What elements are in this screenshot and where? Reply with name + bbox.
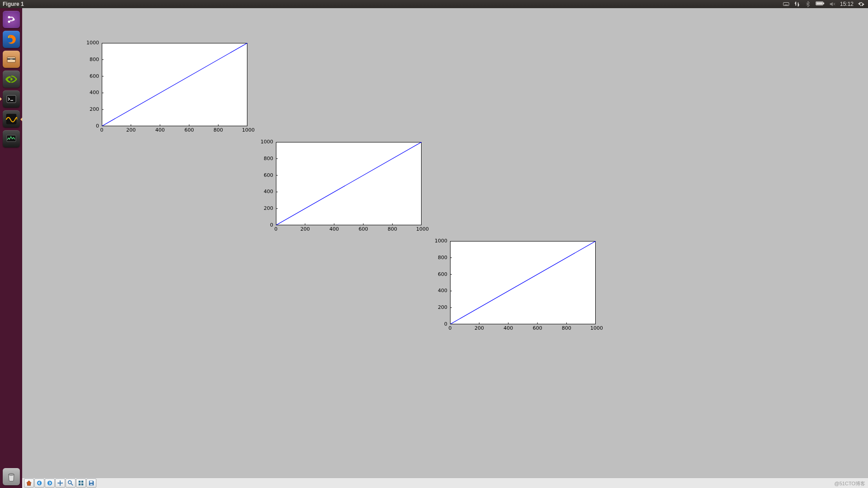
svg-rect-12 [816, 2, 822, 5]
svg-rect-73 [90, 481, 93, 483]
unity-launcher [0, 8, 22, 488]
watermark: @51CTO博客 [835, 480, 865, 487]
y-tick-label: 400 [432, 288, 447, 294]
subplots-button[interactable] [76, 479, 86, 488]
x-tick-label: 0 [270, 226, 281, 232]
firefox-icon[interactable] [3, 31, 20, 48]
back-button[interactable] [34, 479, 44, 488]
save-button[interactable] [86, 479, 96, 488]
network-icon[interactable] [794, 1, 800, 7]
battery-icon[interactable] [816, 1, 825, 7]
x-tick-label: 400 [329, 226, 340, 232]
y-tick-label: 1000 [84, 40, 99, 46]
svg-rect-70 [81, 481, 83, 483]
x-tick-label: 1000 [590, 325, 601, 331]
y-tick-label: 1000 [432, 238, 447, 244]
plot-app-icon[interactable] [3, 110, 20, 128]
svg-line-39 [276, 142, 422, 225]
svg-rect-72 [81, 483, 83, 485]
x-tick-label: 600 [358, 226, 369, 232]
x-tick-label: 1000 [416, 226, 427, 232]
svg-point-15 [8, 16, 10, 19]
svg-rect-71 [79, 483, 81, 485]
system-monitor-icon[interactable] [3, 130, 20, 147]
y-tick-label: 200 [84, 106, 99, 112]
mpl-toolbar [22, 478, 868, 488]
home-button[interactable] [24, 479, 34, 488]
svg-line-52 [450, 241, 596, 324]
x-tick-label: 600 [184, 127, 194, 133]
svg-rect-8 [795, 2, 796, 6]
nvidia-icon[interactable] [3, 71, 20, 88]
trash-icon[interactable] [3, 468, 20, 485]
y-tick-label: 800 [258, 156, 273, 161]
figure-canvas[interactable]: 0200400600800100002004006008001000020040… [22, 8, 868, 478]
pan-button[interactable] [55, 479, 65, 488]
x-tick-label: 400 [503, 325, 514, 331]
svg-point-67 [68, 481, 71, 484]
svg-rect-9 [798, 3, 799, 7]
svg-rect-11 [823, 3, 824, 4]
gear-icon[interactable] [858, 1, 864, 7]
zoom-button[interactable] [66, 479, 76, 488]
keyboard-icon[interactable] [783, 1, 789, 7]
x-tick-label: 200 [299, 226, 310, 232]
y-tick-label: 1000 [258, 139, 273, 145]
status-area: 15:12 [783, 1, 868, 7]
volume-muted-icon[interactable] [829, 1, 835, 7]
x-tick-label: 0 [96, 127, 107, 133]
svg-rect-69 [79, 481, 81, 483]
svg-point-16 [8, 21, 10, 23]
svg-rect-21 [10, 59, 13, 60]
forward-button[interactable] [45, 479, 55, 488]
svg-point-25 [9, 474, 14, 475]
y-tick-label: 200 [432, 304, 447, 310]
y-tick-label: 400 [258, 189, 273, 194]
svg-line-68 [71, 483, 73, 485]
x-tick-label: 400 [155, 127, 166, 133]
y-tick-label: 400 [84, 90, 99, 95]
svg-rect-22 [7, 95, 16, 103]
x-tick-label: 600 [532, 325, 543, 331]
clock[interactable]: 15:12 [840, 1, 854, 7]
x-tick-label: 800 [387, 226, 398, 232]
y-tick-label: 600 [432, 271, 447, 277]
x-tick-label: 1000 [242, 127, 253, 133]
terminal-icon[interactable] [3, 90, 20, 108]
dash-icon[interactable] [3, 11, 20, 28]
files-icon[interactable] [3, 51, 20, 68]
y-tick-label: 600 [84, 73, 99, 79]
y-tick-label: 600 [258, 172, 273, 178]
x-tick-label: 800 [213, 127, 224, 133]
svg-point-66 [47, 481, 52, 486]
x-tick-label: 0 [445, 325, 455, 331]
y-tick-label: 800 [432, 255, 447, 261]
svg-rect-0 [783, 3, 789, 6]
svg-rect-74 [90, 484, 92, 485]
window-title: Figure 1 [3, 1, 24, 7]
x-tick-label: 800 [561, 325, 572, 331]
bluetooth-icon[interactable] [805, 1, 811, 7]
x-tick-label: 200 [474, 325, 484, 331]
menubar: Figure 1 15:12 [0, 0, 868, 8]
y-tick-label: 200 [258, 205, 273, 211]
svg-point-65 [37, 481, 42, 486]
x-tick-label: 200 [125, 127, 136, 133]
y-tick-label: 800 [84, 57, 99, 62]
svg-line-26 [102, 43, 247, 126]
